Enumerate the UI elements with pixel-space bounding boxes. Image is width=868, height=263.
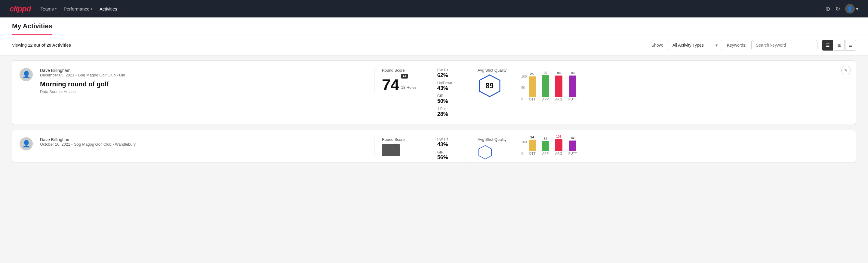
bar-arg: 89 ARG: [555, 71, 562, 101]
score-diff-badge: +4: [401, 74, 408, 79]
stat-fw-hit-label: FW Hit: [437, 68, 463, 72]
bar-ott: 85 OTT: [529, 72, 536, 101]
search-input[interactable]: [751, 40, 817, 50]
quality-value: 89: [486, 82, 494, 90]
stat-gir: GIR 50%: [437, 94, 463, 105]
view-mode-buttons: ☰ ▦ ⚌: [822, 40, 856, 51]
card-date-2: October 16, 2021 - Gog Magog Golf Club -…: [40, 142, 367, 147]
keywords-label: Keywords:: [727, 43, 746, 48]
refresh-icon[interactable]: ↻: [835, 5, 840, 12]
holes-text: 18 Holes: [401, 85, 416, 90]
bar-putt-2: 87 PUTT: [568, 136, 577, 155]
bar-putt: 89 PUTT: [568, 71, 577, 101]
nav-activities[interactable]: Activities: [99, 6, 117, 11]
bar-app-label: APP: [542, 97, 549, 101]
bar-app-2: 82 APP: [542, 137, 549, 155]
stat-fw-hit-value: 62%: [437, 72, 463, 79]
card-info: Dave Billingham December 05, 2021 - Gog …: [40, 68, 367, 94]
stat-1putt: 1 Putt 28%: [437, 107, 463, 117]
page-header: My Activities: [0, 18, 868, 35]
bar-app: 90 APP: [542, 71, 549, 101]
activity-type-dropdown[interactable]: All Activity Types ▾: [668, 40, 722, 50]
viewing-count-text: Viewing 12 out of 29 Activities: [12, 43, 647, 48]
round-score-section-2: Round Score: [374, 137, 423, 156]
bar-arg-label: ARG: [555, 97, 562, 101]
bar-putt-value: 89: [571, 71, 575, 75]
score-placeholder: [382, 144, 400, 156]
stat-1putt-value: 28%: [437, 111, 463, 117]
bar-arg-fill: [555, 76, 562, 97]
y-label-50: 50: [521, 86, 527, 89]
avg-shot-quality-section: Avg Shot Quality 89: [470, 68, 507, 98]
activity-title: Morning round of golf: [40, 80, 367, 88]
hexagon: 89: [477, 74, 502, 98]
round-score-section: Round Score 74 +4 18 Holes: [374, 68, 423, 93]
activity-dropdown-chevron-icon: ▾: [715, 43, 718, 48]
navigation: clippd Teams ▾ Performance ▾ Activities …: [0, 0, 868, 18]
bar-putt-fill: [569, 76, 576, 97]
stats-section-2: FW Hit 43% GIR 56%: [430, 137, 463, 161]
avg-quality-label: Avg Shot Quality: [477, 68, 507, 72]
hexagon-svg-2: [477, 145, 493, 160]
stat-1putt-label: 1 Putt: [437, 107, 463, 111]
chart-bars-2: 94 OTT 82 APP 106 ARG 8: [529, 140, 577, 155]
stats-section: FW Hit 62% Up/Down 43% GIR 50% 1 Putt 28…: [430, 68, 463, 117]
card-info-2: Dave Billingham October 16, 2021 - Gog M…: [40, 137, 367, 147]
avatar: 👤: [20, 68, 33, 81]
bar-ott-label: OTT: [529, 97, 536, 101]
bar-putt-label: PUTT: [568, 97, 577, 101]
avg-quality-label-2: Avg Shot Quality: [477, 137, 507, 142]
avg-shot-quality-section-2: Avg Shot Quality: [470, 137, 507, 163]
chart-bars: 85 OTT 90 APP 89: [529, 75, 577, 101]
stat-updown: Up/Down 43%: [437, 81, 463, 91]
y-label-0-2: 0: [521, 152, 527, 155]
logo[interactable]: clippd: [10, 4, 31, 13]
score-row: 74 +4 18 Holes: [382, 74, 416, 93]
bar-chart-section-2: 100 0 94 OTT 82 APP 106: [514, 137, 848, 155]
activity-card-2: 👤 Dave Billingham October 16, 2021 - Gog…: [12, 130, 856, 163]
activity-card: 👤 Dave Billingham December 05, 2021 - Go…: [12, 60, 856, 125]
performance-chevron-icon: ▾: [91, 7, 92, 10]
bar-arg-2: 106 ARG: [555, 135, 562, 155]
grid-view-button[interactable]: ▦: [834, 40, 844, 51]
bar-arg-value: 89: [557, 71, 561, 75]
nav-teams[interactable]: Teams ▾: [40, 6, 57, 11]
data-source: Data Source: Arccos: [40, 89, 367, 94]
svg-marker-1: [478, 146, 491, 159]
player-name: Dave Billingham: [40, 68, 367, 73]
stat-gir-2: GIR 56%: [437, 150, 463, 161]
card-date: December 05, 2021 - Gog Magog Golf Club …: [40, 73, 367, 77]
user-menu[interactable]: 👤 ▾: [845, 4, 858, 13]
y-label-100: 100: [521, 75, 527, 78]
list-view-button[interactable]: ☰: [822, 40, 833, 51]
edit-button[interactable]: ✎: [841, 66, 851, 75]
show-label: Show:: [651, 43, 663, 48]
score-value: 74: [382, 77, 399, 93]
bar-app-value: 90: [544, 71, 548, 75]
bar-chart-section: 100 50 0 85 OTT 90: [514, 68, 848, 101]
bar-app-fill: [542, 75, 549, 97]
bar-ott-fill: [529, 77, 536, 97]
nav-actions: ⊕ ↻ 👤 ▾: [825, 4, 858, 13]
compact-view-button[interactable]: ⚌: [845, 40, 856, 51]
activities-list: 👤 Dave Billingham December 05, 2021 - Go…: [0, 60, 868, 169]
avatar-2: 👤: [20, 137, 33, 150]
teams-chevron-icon: ▾: [55, 7, 57, 10]
bar-ott-value: 85: [531, 72, 534, 76]
y-label-100-2: 100: [521, 140, 527, 144]
y-label-0: 0: [521, 97, 527, 100]
add-circle-icon[interactable]: ⊕: [825, 5, 830, 12]
bar-ott-2: 94 OTT: [529, 136, 536, 155]
round-score-label: Round Score: [382, 68, 405, 72]
stat-gir-label: GIR: [437, 94, 463, 98]
hexagon-chart: 89: [477, 74, 502, 98]
user-avatar: 👤: [845, 4, 855, 13]
page-title: My Activities: [12, 22, 52, 35]
hexagon-2: [477, 145, 502, 163]
player-name-2: Dave Billingham: [40, 137, 367, 142]
filter-bar: Viewing 12 out of 29 Activities Show: Al…: [0, 35, 868, 56]
stat-updown-value: 43%: [437, 85, 463, 91]
nav-performance[interactable]: Performance ▾: [64, 6, 92, 11]
stat-gir-value: 50%: [437, 98, 463, 105]
stat-updown-label: Up/Down: [437, 81, 463, 85]
